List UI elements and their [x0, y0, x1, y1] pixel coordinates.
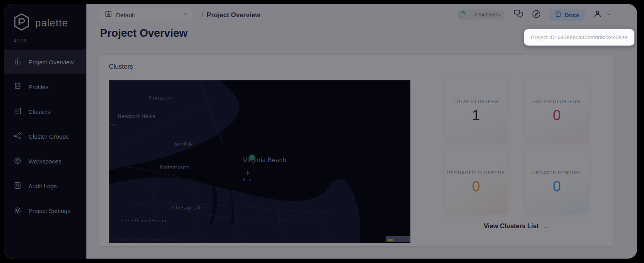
- stat-card-updates-pending: UPDATES PENDING 0: [526, 151, 588, 214]
- target-icon: [14, 157, 22, 166]
- map-label-newport-news: Newport News: [118, 113, 155, 119]
- stats-grid: TOTAL CLUSTERS 1 FAILED CLUSTERS 0 DEGRA…: [445, 80, 588, 214]
- brand[interactable]: palette: [4, 4, 86, 33]
- stat-label: UPDATES PENDING: [532, 170, 581, 175]
- cluster-stats: TOTAL CLUSTERS 1 FAILED CLUSTERS 0 DEGRA…: [420, 80, 613, 230]
- cluster-location-marker[interactable]: [249, 155, 255, 160]
- docs-button[interactable]: Docs: [549, 9, 585, 21]
- stat-card-total-clusters: TOTAL CLUSTERS 1: [445, 80, 508, 143]
- stat-card-failed-clusters: FAILED CLUSTERS 0: [526, 80, 588, 143]
- sidebar-menu: Project Overview Profiles: [4, 50, 86, 223]
- map-label-portsmouth: Portsmouth: [160, 164, 190, 170]
- breadcrumb-separator: /: [202, 11, 204, 19]
- compass-icon: [532, 9, 541, 20]
- sidebar-item-label: Audit Logs: [28, 183, 57, 189]
- overview-chart-icon: [14, 58, 22, 67]
- project-selector-value: Default: [116, 12, 135, 18]
- sidebar-item-profiles[interactable]: Profiles: [4, 74, 86, 99]
- stack-icon: [14, 82, 22, 92]
- leaflet-link[interactable]: Leaflet: [394, 237, 408, 241]
- app-window: palette 4.2.13 Project Overview: [4, 4, 637, 259]
- sidebar-item-project-settings[interactable]: Project Settings: [4, 198, 86, 223]
- chat-button[interactable]: [513, 9, 524, 20]
- sidebar-item-label: Clusters: [28, 108, 50, 115]
- nodes-icon: [14, 132, 22, 141]
- stat-card-degraded-clusters: DEGRADED CLUSTERS 0: [445, 151, 508, 214]
- sidebar-item-label: Project Settings: [28, 207, 70, 214]
- chevron-down-icon: [606, 11, 612, 18]
- map-label-chesapeake: Chesapeake: [172, 205, 204, 211]
- leaflet-attribution[interactable]: Leaflet: [386, 236, 410, 242]
- sidebar: palette 4.2.13 Project Overview: [4, 4, 86, 259]
- map-label-hampton: Hampton: [149, 95, 173, 101]
- usage-donut-icon: [459, 11, 466, 18]
- view-clusters-list-label: View Clusters List: [484, 223, 539, 230]
- page-title: Project Overview: [100, 27, 188, 40]
- arrow-right-icon: →: [543, 223, 549, 230]
- ukraine-flag-icon: [388, 237, 393, 241]
- clusters-heading: Clusters: [109, 63, 133, 74]
- gear-icon: [14, 206, 22, 215]
- map-label-norfolk: Norfolk: [174, 141, 193, 147]
- help-button[interactable]: [532, 9, 541, 20]
- stat-value: 0: [553, 178, 561, 195]
- sidebar-item-label: Profiles: [28, 84, 48, 90]
- sidebar-item-cluster-groups[interactable]: Cluster Groups: [4, 124, 86, 149]
- stat-label: TOTAL CLUSTERS: [454, 99, 499, 104]
- list-icon: [14, 107, 22, 116]
- brand-name: palette: [35, 17, 68, 29]
- airplane-icon: ✈: [245, 169, 250, 177]
- clusters-map[interactable]: Hampton Newport News llton Norfolk Virgi…: [109, 80, 410, 243]
- sidebar-item-workspaces[interactable]: Workspaces: [4, 149, 86, 173]
- map-label-llton: llton: [109, 122, 117, 128]
- stat-value: 0: [472, 178, 480, 195]
- sidebar-item-label: Project Overview: [28, 59, 74, 66]
- app-version: 4.2.13: [4, 33, 86, 43]
- project-selector[interactable]: Default: [100, 8, 193, 22]
- map-label-ntu: NTU: [242, 177, 252, 182]
- sidebar-item-label: Cluster Groups: [28, 133, 69, 140]
- user-menu[interactable]: [593, 9, 612, 20]
- sidebar-item-project-overview[interactable]: Project Overview: [4, 50, 86, 74]
- sidebar-item-label: Workspaces: [28, 158, 61, 165]
- chevron-down-icon: [182, 11, 188, 18]
- user-icon: [593, 9, 602, 20]
- screenshot-stage: palette 4.2.13 Project Overview: [0, 0, 644, 263]
- topbar: Default / Project Overview 0.94/25kCh: [86, 4, 637, 26]
- chart-box-icon: [105, 10, 112, 19]
- stat-label: DEGRADED CLUSTERS: [447, 170, 505, 175]
- topbar-actions: 0.94/25kCh: [457, 9, 612, 21]
- usage-value: 0.94/25kCh: [474, 12, 500, 18]
- chat-bubbles-icon: [513, 9, 524, 20]
- clusters-card: Clusters: [99, 55, 613, 246]
- stat-label: FAILED CLUSTERS: [533, 99, 580, 104]
- breadcrumb: / Project Overview: [202, 11, 260, 19]
- book-icon: [555, 11, 562, 19]
- sidebar-item-clusters[interactable]: Clusters: [4, 99, 86, 124]
- project-id-tooltip: Project ID: 6439ebca90befdd8234c08ae: [524, 29, 634, 46]
- docs-label: Docs: [564, 12, 579, 18]
- map-label-great-dismal-swamp: Great Dismal Swamp: [121, 218, 168, 223]
- stat-value: 1: [472, 107, 480, 124]
- breadcrumb-current[interactable]: Project Overview: [207, 11, 260, 19]
- palette-logo-icon: [13, 13, 30, 33]
- stat-value: 0: [553, 107, 561, 124]
- audit-search-icon: [14, 181, 22, 191]
- sidebar-item-audit-logs[interactable]: Audit Logs: [4, 173, 86, 198]
- usage-meter[interactable]: 0.94/25kCh: [457, 10, 505, 20]
- view-clusters-list-link[interactable]: View Clusters List →: [484, 223, 549, 230]
- map-attribution: © MapTiler © OpenStreetMap contributors: [111, 237, 186, 242]
